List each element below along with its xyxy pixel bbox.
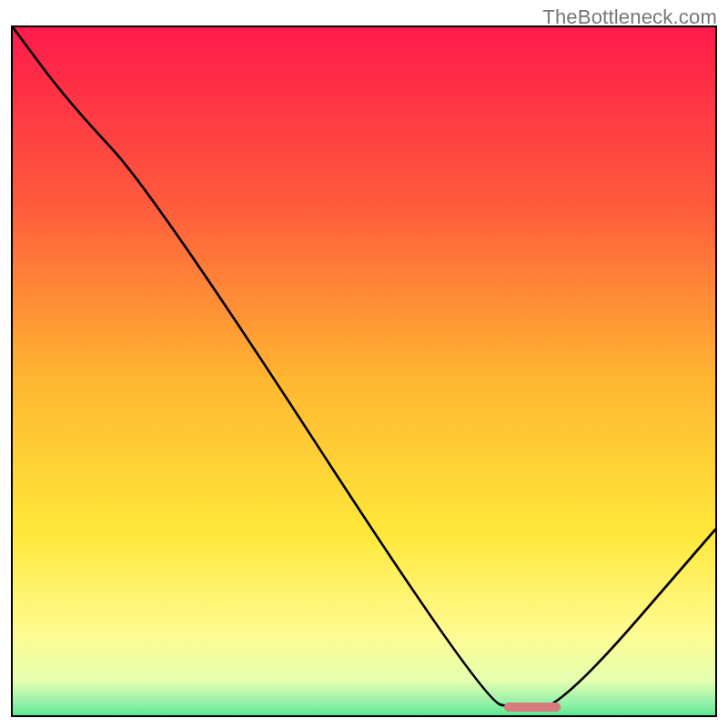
minimum-marker [504, 703, 561, 712]
plot-frame [11, 25, 717, 717]
bottleneck-curve [13, 27, 715, 715]
